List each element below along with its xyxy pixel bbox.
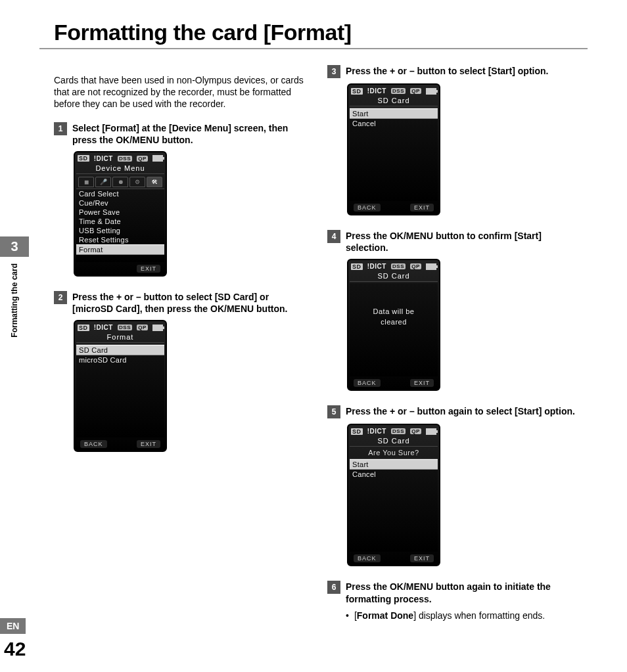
softkey-right: EXIT (410, 554, 434, 562)
softkeys: BACKEXIT (350, 552, 438, 564)
step-text: Press the + or – button to select [Start… (346, 65, 584, 77)
menu-tab: ⏺ (112, 177, 128, 187)
screen-message: Data will becleared (350, 283, 438, 327)
step-text: Press the OK/MENU button to confirm [Sta… (346, 230, 584, 254)
step: 5Press the + or – button again to select… (327, 405, 584, 566)
screen-body: StartCancel (350, 459, 438, 552)
status-bar: SD!DICTDSSQP (76, 154, 164, 164)
mode-label: !DICT (94, 324, 113, 331)
screen-title: SD Card (350, 437, 438, 447)
menu-item: Cancel (350, 470, 438, 479)
softkey-left: BACK (354, 554, 381, 562)
screen-title: Format (76, 333, 164, 343)
qp-badge: QP (410, 263, 421, 269)
menu-tab: 🎤 (95, 177, 111, 187)
battery-icon (426, 263, 436, 270)
step: 6Press the OK/MENU button again to initi… (327, 581, 584, 620)
step: 1Select [Format] at the [Device Menu] sc… (54, 122, 310, 277)
step-number: 1 (54, 122, 67, 135)
menu-item: SD Card (76, 345, 164, 355)
screen-body: StartCancel (350, 108, 438, 201)
step-number: 6 (327, 581, 340, 594)
menu-item: USB Setting (76, 226, 164, 235)
device-screen: SD!DICTDSSQPSD CardStartCancelBACKEXIT (347, 83, 440, 215)
step: 3Press the + or – button to select [Star… (327, 65, 584, 215)
battery-icon (426, 428, 436, 435)
device-screen: SD!DICTDSSQPFormatSD CardmicroSD CardBAC… (74, 320, 167, 452)
qp-badge: QP (410, 428, 421, 434)
device-screen: SD!DICTDSSQPSD CardData will beclearedBA… (347, 259, 440, 391)
page-number: 42 (0, 638, 26, 660)
menu-item: Power Save (76, 208, 164, 217)
dss-badge: DSS (118, 156, 132, 162)
softkeys: EXIT (76, 262, 164, 274)
battery-icon (426, 88, 436, 95)
page-title: Formatting the card [Format] (39, 20, 588, 45)
softkeys: BACKEXIT (350, 376, 438, 388)
mode-label: !DICT (367, 263, 386, 270)
menu-item: Cancel (350, 119, 438, 128)
softkey-right: EXIT (137, 265, 160, 273)
mode-label: !DICT (367, 87, 386, 95)
status-bar: SD!DICTDSSQP (350, 426, 438, 437)
softkey-right: EXIT (410, 204, 434, 212)
step-text: Press the + or – button to select [SD Ca… (72, 291, 310, 315)
step-number: 5 (327, 405, 340, 418)
step-text: Press the OK/MENU button again to initia… (346, 581, 584, 604)
bullet-dot: • (346, 610, 349, 621)
intro-text: Cards that have been used in non-Olympus… (54, 74, 310, 110)
softkey-left: BACK (354, 204, 381, 212)
side-tab: 3 Formatting the card (0, 236, 29, 340)
sd-icon: SD (351, 88, 363, 95)
dss-badge: DSS (391, 428, 406, 434)
step-number: 2 (54, 291, 67, 304)
sd-icon: SD (351, 428, 363, 435)
screen-body: Data will becleared (350, 283, 438, 376)
screen-title: SD Card (350, 272, 438, 282)
menu-item: Cue/Rev (76, 198, 164, 208)
bullet-text: [Format Done] displays when formatting e… (354, 610, 545, 621)
sd-icon: SD (78, 155, 89, 162)
menu-item: microSD Card (76, 355, 164, 365)
mode-label: !DICT (367, 428, 386, 435)
softkey-right: EXIT (410, 379, 434, 387)
sd-icon: SD (351, 263, 363, 270)
step: 4Press the OK/MENU button to confirm [St… (327, 230, 584, 391)
chapter-label: Formatting the card (10, 263, 19, 338)
qp-badge: QP (410, 88, 421, 94)
softkeys: BACKEXIT (350, 201, 438, 213)
battery-icon (152, 325, 163, 331)
menu-item: Reset Settings (76, 235, 164, 244)
screen-body: Card SelectCue/RevPower SaveTime & DateU… (76, 189, 164, 262)
status-bar: SD!DICTDSSQP (350, 261, 438, 272)
step-number: 4 (327, 230, 340, 243)
language-badge: EN (0, 618, 26, 634)
softkey-right: EXIT (137, 440, 160, 448)
page-footer: EN 42 (0, 618, 26, 660)
menu-item: Time & Date (76, 217, 164, 226)
sd-icon: SD (78, 325, 89, 331)
menu-item: Start (350, 459, 438, 470)
tab-row: ◼🎤⏺⚙🛠 (76, 175, 164, 189)
step: 2Press the + or – button to select [SD C… (54, 291, 310, 452)
menu-tab: ◼ (78, 177, 94, 187)
softkey-left: BACK (354, 379, 381, 387)
status-bar: SD!DICTDSSQP (76, 323, 164, 333)
softkey-left: BACK (80, 440, 107, 448)
qp-badge: QP (137, 156, 148, 162)
menu-item: Format (76, 244, 164, 255)
dss-badge: DSS (391, 263, 406, 269)
qp-badge: QP (137, 325, 148, 330)
menu-tab: ⚙ (129, 177, 145, 187)
step-text: Select [Format] at the [Device Menu] scr… (72, 122, 310, 146)
menu-item: Start (350, 108, 438, 119)
battery-icon (152, 155, 163, 162)
screen-subtext: Are You Sure? (350, 449, 438, 457)
mode-label: !DICT (94, 155, 113, 162)
dss-badge: DSS (118, 325, 132, 330)
screen-title: SD Card (350, 97, 438, 106)
menu-item: Card Select (76, 189, 164, 198)
step-number: 3 (327, 65, 340, 78)
screen-title: Device Menu (76, 164, 164, 174)
chapter-number: 3 (0, 236, 29, 257)
